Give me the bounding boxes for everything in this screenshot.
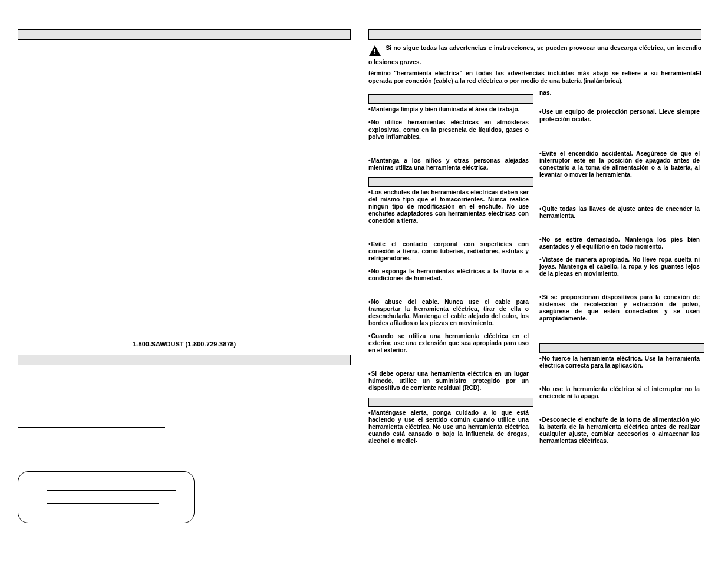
signature-lines-block (18, 419, 351, 451)
right-col-1: Mantenga limpia y bien iluminada el área… (368, 90, 529, 451)
left-page: 1-800-SAWDUST (1-800-729-3878) (18, 29, 351, 523)
bullet-c1-8: Cuando se utiliza una herramienta eléctr… (368, 333, 529, 354)
bullet-c1-4: Los enchufes de las herramientas eléctri… (368, 189, 529, 224)
bullet-c2-9: Desconecte el enchufe de la toma de alim… (539, 416, 700, 445)
bullet-c2-8: No use la herramienta eléctrica si el in… (539, 386, 700, 400)
intro-text: término "herramienta eléctrica" en todas… (368, 70, 696, 84)
warning-text: Si no sigue todas las advertencias e ins… (368, 45, 701, 65)
bullet-c1-10: Manténgase alerta, ponga cuidado a lo qu… (368, 409, 529, 445)
bullet-c1-5: Evite el contacto corporal con superfici… (368, 241, 529, 262)
phone-number: 1-800-SAWDUST (1-800-729-3878) (18, 340, 351, 348)
right-page: ! Si no sigue todas las advertencias e i… (368, 29, 701, 523)
box-line-1 (47, 482, 176, 491)
bullet-c2-3: Quite todas las llaves de ajuste antes d… (539, 206, 700, 220)
bullet-c2-2: Evite el encendido accidental. Asegúrese… (539, 150, 700, 178)
sub-bar-c2-1 (539, 343, 704, 353)
warning-icon: ! (368, 45, 381, 59)
bullet-c1-9: Si debe operar una herramienta eléctrica… (368, 371, 529, 392)
svg-text:!: ! (374, 47, 376, 56)
page-wrap: 1-800-SAWDUST (1-800-729-3878) ! Si no s… (18, 29, 710, 523)
section-bar-right (368, 29, 701, 40)
sub-bar-c1-2 (368, 177, 533, 187)
bullet-c1-1: Mantenga limpia y bien iluminada el área… (368, 106, 529, 113)
section-bar-1 (18, 29, 351, 40)
sub-bar-c1-1 (368, 94, 533, 104)
warning-block: ! Si no sigue todas las advertencias e i… (368, 45, 701, 85)
right-columns: Mantenga limpia y bien iluminada el área… (368, 90, 701, 451)
bullet-c2-4: No se estire demasiado. Mantenga los pie… (539, 236, 700, 250)
bullet-c1-6: No exponga la herramientas eléctricas a … (368, 268, 529, 282)
el-float: El (696, 70, 701, 78)
sub-bar-c1-3 (368, 398, 533, 407)
underline-1 (18, 419, 165, 428)
bullet-c1-7: No abuse del cable. Nunca use el cable p… (368, 299, 529, 327)
bullet-c2-5: Vístase de manera apropiada. No lleve ro… (539, 256, 700, 277)
bullet-c2-1: Use un equipo de protección personal. Ll… (539, 108, 700, 123)
bullet-c1-2: No utilice herramientas eléctricas en at… (368, 119, 529, 140)
section-bar-2 (18, 355, 351, 365)
rounded-info-box (18, 471, 195, 523)
bullet-c2-7: No fuerce la herramienta eléctrica. Use … (539, 355, 700, 369)
underline-2 (18, 443, 47, 451)
bullet-c1-3: Mantenga a los niños y otras personas al… (368, 157, 529, 171)
warning-intro: El término "herramienta eléctrica" en to… (368, 70, 701, 85)
right-col-2: nas. Use un equipo de protección persona… (539, 90, 700, 451)
bullet-c2-6: Si se proporcionan dispositivos para la … (539, 294, 700, 322)
nas-fragment: nas. (539, 90, 700, 97)
box-line-2 (47, 495, 159, 504)
